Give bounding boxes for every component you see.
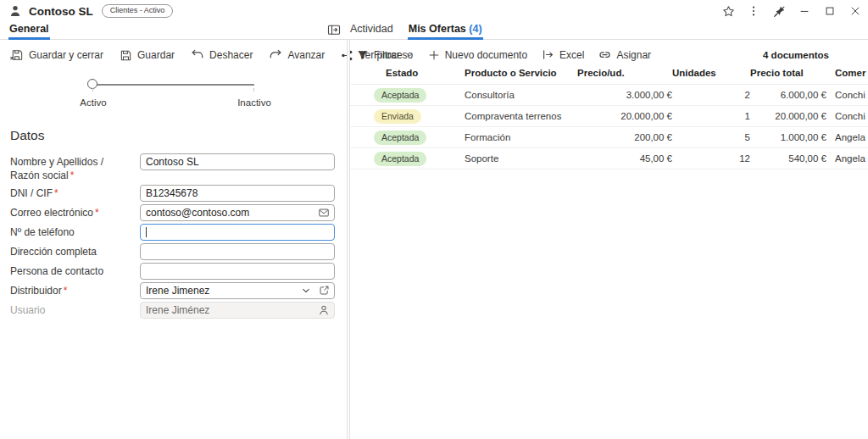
- required-marker: *: [70, 169, 75, 181]
- more-options-icon[interactable]: [741, 0, 766, 22]
- status-badge: Aceptada: [374, 152, 426, 166]
- excel-export-button[interactable]: Excel: [542, 48, 584, 61]
- precio-total-cell: 20.000,00 €: [750, 106, 826, 127]
- precio-ud-cell: 20.000,00 €: [577, 106, 672, 127]
- filter-label: Filtrar: [374, 49, 400, 61]
- titlebar: Contoso SL Clientes - Activo: [0, 0, 868, 22]
- mail-icon[interactable]: [318, 207, 330, 219]
- advance-label: Avanzar: [287, 49, 325, 61]
- save-and-close-button[interactable]: Guardar y cerrar: [10, 48, 103, 62]
- direccion-input[interactable]: [140, 243, 335, 260]
- status-badge: Aceptada: [374, 131, 426, 145]
- offers-toolbar: Filtrar Nuevo documento Excel: [350, 40, 868, 61]
- persona-contacto-input-wrap: [140, 263, 335, 280]
- precio-ud-cell: 3.000,00 €: [577, 85, 672, 106]
- usuario-input-wrap: [140, 302, 335, 319]
- record-title: Contoso SL: [29, 5, 93, 18]
- header-precio-total[interactable]: Precio total: [750, 64, 826, 85]
- usuario-label: Usuario: [10, 302, 140, 318]
- undo-label: Deshacer: [209, 49, 253, 61]
- save-button[interactable]: Guardar: [120, 49, 175, 62]
- minimize-button[interactable]: [792, 0, 817, 22]
- table-row[interactable]: Enviada Compraventa terrenos 20.000,00 €…: [350, 106, 868, 127]
- field-row-direccion: Dirección completa: [10, 243, 347, 260]
- tab-strip: General Actividad Mis Ofertas (4): [0, 22, 868, 40]
- record-form-panel: Guardar y cerrar Guardar Deshacer Avanza…: [0, 40, 347, 439]
- field-row-nombre: Nombre y Apellidos / Razón social*: [10, 153, 347, 182]
- customer-form: Nombre y Apellidos / Razón social* DNI /…: [10, 153, 347, 319]
- producto-cell: Formación: [465, 127, 577, 148]
- save-close-icon: [10, 48, 24, 62]
- usuario-input: [140, 302, 335, 319]
- save-and-close-label: Guardar y cerrar: [29, 49, 103, 61]
- header-unidades[interactable]: Unidades: [672, 64, 750, 85]
- slider-label-inactive: Inactivo: [237, 97, 271, 108]
- offers-table: Estado Producto o Servicio Precio/ud. Un…: [350, 64, 868, 169]
- section-title-datos: Datos: [10, 128, 347, 143]
- telefono-input[interactable]: [140, 224, 335, 241]
- header-spacer: [350, 64, 364, 85]
- comercial-cell: Angela: [826, 148, 868, 169]
- nombre-label-text: Nombre y Apellidos / Razón social: [10, 156, 103, 181]
- required-marker: *: [95, 207, 99, 219]
- email-label: Correo electrónico*: [10, 204, 140, 220]
- required-marker: *: [64, 285, 68, 297]
- maximize-button[interactable]: [817, 0, 843, 22]
- unidades-cell: 5: [672, 127, 750, 148]
- chevron-down-icon[interactable]: [301, 286, 311, 296]
- estado-cell: Enviada: [364, 106, 465, 127]
- header-estado[interactable]: Estado: [364, 64, 465, 85]
- new-document-button[interactable]: Nuevo documento: [428, 49, 527, 61]
- precio-ud-cell: 45,00 €: [577, 148, 672, 169]
- excel-label: Excel: [559, 49, 584, 61]
- field-row-persona-contacto: Persona de contacto: [10, 263, 347, 280]
- expand-panel-icon[interactable]: [327, 23, 341, 39]
- favorite-star-icon[interactable]: [715, 0, 741, 22]
- row-spacer: [350, 148, 364, 169]
- unidades-cell: 1: [672, 106, 750, 127]
- text-caret: [146, 227, 147, 237]
- distribuidor-label-text: Distribuidor: [10, 285, 62, 297]
- persona-contacto-input[interactable]: [140, 263, 335, 280]
- row-spacer: [350, 127, 364, 148]
- email-input-wrap: [140, 204, 335, 221]
- tab-general[interactable]: General: [8, 23, 50, 39]
- slider-track[interactable]: [93, 84, 254, 86]
- field-row-telefono: Nº de teléfono: [10, 224, 347, 241]
- table-row[interactable]: Aceptada Formación 200,00 € 5 1.000,00 €…: [350, 127, 868, 148]
- email-input[interactable]: [140, 204, 335, 221]
- header-precio-ud[interactable]: Precio/ud.: [577, 64, 672, 85]
- close-button[interactable]: [843, 0, 868, 22]
- new-document-label: Nuevo documento: [445, 49, 527, 61]
- nombre-input[interactable]: [140, 153, 335, 170]
- undo-button[interactable]: Deshacer: [191, 48, 253, 62]
- telefono-input-wrap: [140, 224, 335, 241]
- header-comercial[interactable]: Comer: [826, 64, 868, 85]
- precio-total-cell: 1.000,00 €: [750, 127, 826, 148]
- slider-label-active: Activo: [80, 97, 106, 108]
- open-record-icon[interactable]: [319, 285, 330, 296]
- header-producto[interactable]: Producto o Servicio: [465, 64, 577, 85]
- filter-button[interactable]: Filtrar: [357, 49, 414, 61]
- precio-ud-cell: 200,00 €: [577, 127, 672, 148]
- table-row[interactable]: Aceptada Soporte 45,00 € 12 540,00 € Ang…: [350, 148, 868, 169]
- table-row[interactable]: Aceptada Consultoría 3.000,00 € 2 6.000,…: [350, 85, 868, 106]
- telefono-label: Nº de teléfono: [10, 224, 140, 240]
- advance-button[interactable]: Avanzar: [269, 48, 325, 62]
- undo-arrow-icon: [191, 48, 204, 62]
- tab-mis-ofertas[interactable]: Mis Ofertas (4): [408, 23, 483, 39]
- content-area: Guardar y cerrar Guardar Deshacer Avanza…: [0, 40, 868, 439]
- record-status-badge: Clientes - Activo: [102, 4, 174, 19]
- distribuidor-label: Distribuidor*: [10, 282, 140, 298]
- comercial-cell: Angela: [826, 127, 868, 148]
- estado-cell: Aceptada: [364, 85, 465, 106]
- unpin-icon[interactable]: [766, 0, 792, 22]
- status-badge: Aceptada: [374, 88, 426, 103]
- field-row-dni: DNI / CIF*: [10, 185, 347, 202]
- assign-button[interactable]: Asignar: [598, 48, 651, 61]
- right-panel-tabs: Actividad Mis Ofertas (4): [327, 23, 483, 39]
- window-controls: [715, 0, 868, 22]
- assign-label: Asignar: [616, 49, 651, 61]
- dni-input[interactable]: [140, 185, 335, 202]
- tab-actividad[interactable]: Actividad: [349, 23, 394, 39]
